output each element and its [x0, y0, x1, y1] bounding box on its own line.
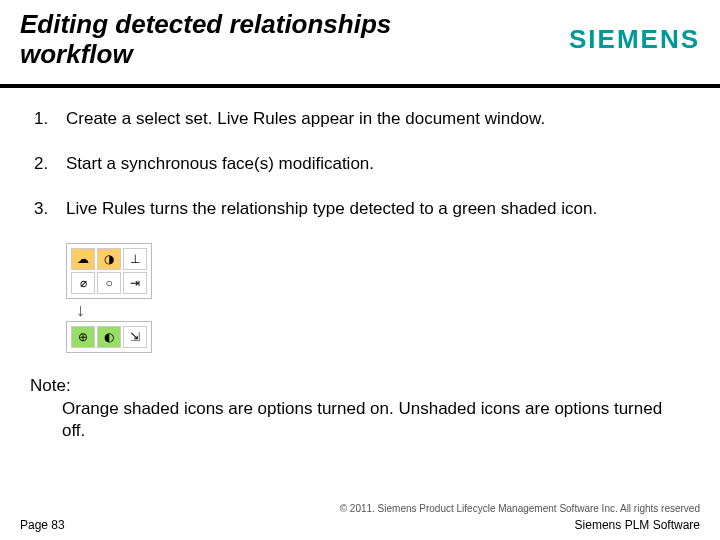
- product-name: Siemens PLM Software: [575, 518, 700, 532]
- copyright-text: © 2011. Siemens Product Lifecycle Manage…: [20, 503, 700, 514]
- icon-row: ⌀ ○ ⇥: [70, 271, 148, 295]
- rule-icon: ○: [97, 272, 121, 294]
- rule-icon: ☁: [71, 248, 95, 270]
- note-body: Orange shaded icons are options turned o…: [30, 398, 690, 444]
- rule-icon: ◐: [97, 326, 121, 348]
- workflow-steps: Create a select set. Live Rules appear i…: [30, 108, 690, 221]
- note-block: Note: Orange shaded icons are options tu…: [30, 375, 690, 444]
- rule-icon: ⇲: [123, 326, 147, 348]
- step-item: Live Rules turns the relationship type d…: [30, 198, 690, 221]
- slide-footer: © 2011. Siemens Product Lifecycle Manage…: [0, 503, 720, 532]
- rule-icon: ⇥: [123, 272, 147, 294]
- icon-row: ☁ ◑ ⊥: [70, 247, 148, 271]
- step-item: Start a synchronous face(s) modification…: [30, 153, 690, 176]
- icon-grid-top: ☁ ◑ ⊥ ⌀ ○ ⇥: [66, 243, 152, 299]
- rule-icon: ◑: [97, 248, 121, 270]
- step-item: Create a select set. Live Rules appear i…: [30, 108, 690, 131]
- icon-grid-bottom: ⊕ ◐ ⇲: [66, 321, 152, 353]
- brand-logo: SIEMENS: [569, 24, 700, 55]
- rule-icon: ⊕: [71, 326, 95, 348]
- live-rules-illustration: ☁ ◑ ⊥ ⌀ ○ ⇥ ↓ ⊕ ◐ ⇲: [66, 243, 690, 353]
- slide-title: Editing detected relationships workflow: [20, 10, 420, 70]
- note-label: Note:: [30, 375, 690, 398]
- page-number: Page 83: [20, 518, 65, 532]
- footer-row: Page 83 Siemens PLM Software: [20, 518, 700, 532]
- slide-header: Editing detected relationships workflow …: [0, 0, 720, 88]
- rule-icon: ⊥: [123, 248, 147, 270]
- arrow-down-icon: ↓: [76, 301, 690, 319]
- slide-content: Create a select set. Live Rules appear i…: [0, 88, 720, 444]
- rule-icon: ⌀: [71, 272, 95, 294]
- icon-row: ⊕ ◐ ⇲: [70, 325, 148, 349]
